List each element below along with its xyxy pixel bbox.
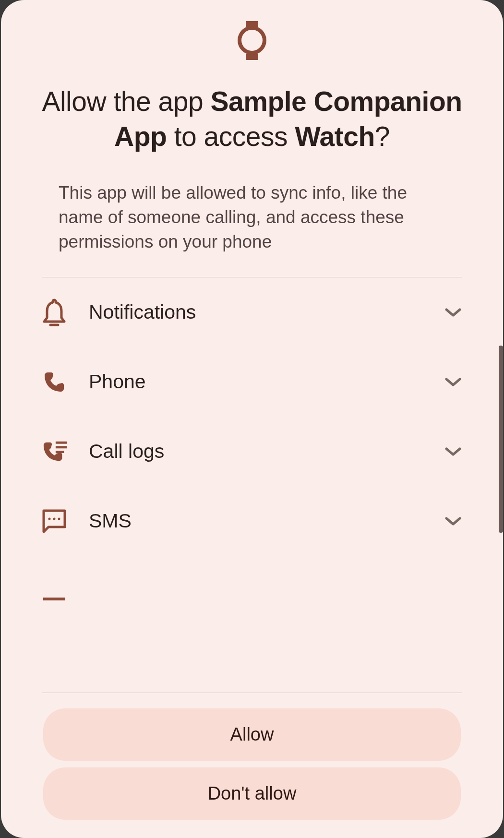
svg-point-9 <box>58 517 60 520</box>
watch-icon <box>1 21 503 60</box>
deny-button[interactable]: Don't allow <box>43 767 461 820</box>
svg-rect-4 <box>56 441 67 443</box>
svg-rect-10 <box>43 598 65 600</box>
sms-icon <box>42 509 67 534</box>
permission-item-partial[interactable] <box>42 556 462 625</box>
svg-rect-1 <box>246 54 258 60</box>
permission-label: Phone <box>89 371 444 393</box>
bell-icon <box>42 300 67 325</box>
chevron-down-icon <box>444 303 462 322</box>
chevron-down-icon <box>444 512 462 530</box>
permission-label: SMS <box>89 510 444 532</box>
chevron-down-icon <box>444 373 462 391</box>
permission-dialog: Allow the app Sample Companion App to ac… <box>1 0 503 838</box>
permission-item-call-logs[interactable]: Call logs <box>42 417 462 486</box>
permission-item-notifications[interactable]: Notifications <box>42 277 462 347</box>
contacts-icon <box>42 587 67 612</box>
permission-item-phone[interactable]: Phone <box>42 347 462 417</box>
permission-label: Call logs <box>89 440 444 463</box>
permissions-list: Notifications Phone <box>1 277 503 693</box>
svg-point-2 <box>240 28 264 53</box>
phone-icon <box>42 370 67 395</box>
scrollbar[interactable] <box>499 346 503 533</box>
dialog-description: This app will be allowed to sync info, l… <box>1 180 503 254</box>
call-logs-icon <box>42 439 67 464</box>
permission-label: Notifications <box>89 301 444 323</box>
dialog-title: Allow the app Sample Companion App to ac… <box>1 84 503 154</box>
allow-button[interactable]: Allow <box>43 708 461 761</box>
chevron-down-icon <box>444 443 462 461</box>
svg-point-8 <box>53 517 56 520</box>
svg-rect-5 <box>56 446 67 448</box>
svg-rect-6 <box>56 451 64 453</box>
dialog-buttons: Allow Don't allow <box>1 693 503 838</box>
svg-point-7 <box>48 517 51 520</box>
permission-item-sms[interactable]: SMS <box>42 486 462 556</box>
